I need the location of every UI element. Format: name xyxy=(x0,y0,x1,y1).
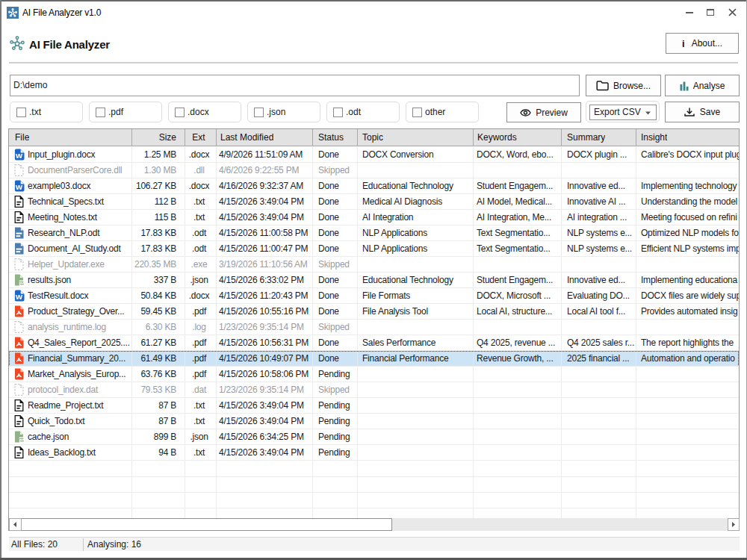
svg-text:W: W xyxy=(16,293,23,301)
svg-text:W: W xyxy=(16,152,23,160)
svg-text:W: W xyxy=(16,183,23,191)
